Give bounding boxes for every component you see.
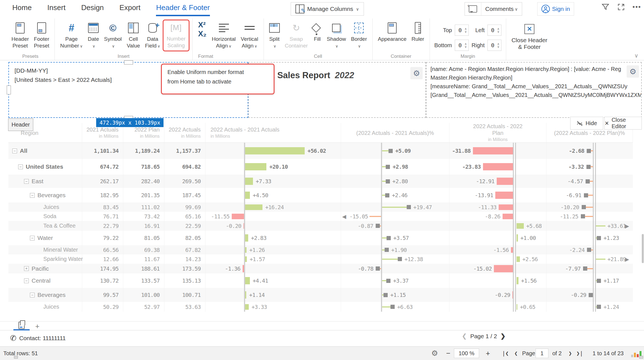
tab-design[interactable]: Design — [81, 3, 104, 16]
close-header-footer-button[interactable]: ✕ Close Header& Footer — [509, 21, 550, 50]
subscript-button[interactable]: X₂ — [198, 30, 207, 37]
page-prev-icon[interactable]: ❮ — [462, 333, 467, 340]
horizontal-align-button[interactable]: HorizontalAlign∨ — [209, 21, 238, 49]
collapse-icon[interactable]: − — [30, 236, 35, 240]
split-button[interactable]: Split∨ — [267, 21, 282, 49]
tab-insert[interactable]: Insert — [47, 3, 65, 16]
manage-columns-button[interactable]: ✎ Manage Columns ∨ — [291, 2, 364, 16]
table-row[interactable]: Tea & Coffee22.7916.9122.59-0.20-0.87+5.… — [8, 221, 633, 231]
collapse-ribbon-icon[interactable]: ∨ — [634, 52, 638, 59]
table-row[interactable]: −Central130.72133.57135.13+4.41+3.37+1.5… — [8, 273, 633, 288]
border-button[interactable]: Border∨ — [349, 21, 370, 49]
resize-handle-top[interactable] — [124, 60, 133, 65]
expand-icon[interactable]: + — [24, 266, 29, 271]
appearance-button[interactable]: Appearance — [375, 21, 409, 42]
collapse-icon[interactable]: − — [30, 193, 35, 198]
variance-pct-cell: ◀-15.05 — [341, 212, 449, 221]
footer-preset-button[interactable]: FooterPreset — [31, 21, 52, 49]
number-scaling-button[interactable]: [M] NumberScaling — [164, 21, 188, 49]
table-row[interactable]: Sparkling Water12.6611.6714.23+1.57+12.3… — [8, 254, 633, 264]
superscript-button[interactable]: X² — [198, 21, 206, 28]
variance-stem — [596, 259, 605, 260]
first-page-button[interactable]: |❮ — [502, 347, 509, 360]
collapse-icon[interactable]: − — [24, 179, 29, 184]
symbol-button[interactable]: © Symbol∨ — [101, 21, 124, 49]
spinner-arrows-icon[interactable]: ∧∨ — [497, 42, 499, 48]
vertical-align-button[interactable]: VerticalAlign∨ — [238, 21, 261, 49]
collapse-icon[interactable]: − — [18, 164, 23, 169]
gear-icon[interactable]: ⚙ — [410, 67, 423, 79]
margin-left-stepper[interactable]: 0∧∨ — [487, 25, 501, 36]
collapse-icon[interactable]: − — [24, 278, 29, 283]
table-row[interactable]: Mineral Water66.5669.3867.82+1.26+1.90-1… — [8, 245, 633, 254]
cell-value-button[interactable]: CellValue — [124, 21, 143, 49]
add-sheet-button[interactable]: + — [35, 322, 39, 331]
resize-handle-left[interactable] — [7, 85, 11, 94]
chevron-down-icon: ∨ — [273, 44, 276, 48]
table-row[interactable]: −All1,101.341,189.241,157.37+56.02+5.09-… — [8, 143, 633, 159]
ribbon-group-margin: Top 0∧∨ Left 0∧∨ Bottom 0∧∨ Right 0∧∨ Ma… — [430, 18, 506, 60]
vertical-scrollbar-thumb[interactable] — [642, 234, 644, 263]
margin-right-stepper[interactable]: 0∧∨ — [487, 40, 501, 51]
last-page-button[interactable]: ❯| — [576, 347, 583, 360]
table-row[interactable]: −Beverages182.95201.35187.45+4.50+2.46-1… — [8, 188, 633, 202]
ruler-button[interactable]: Ruler — [409, 21, 427, 42]
table-row[interactable]: Juices50.2952.9753.63+3.33+6.63+0.65+1.2… — [8, 302, 633, 312]
collapse-icon[interactable]: − — [30, 293, 35, 297]
close-editor-button[interactable]: ✕ Close Editor — [604, 117, 642, 130]
delta-bar — [494, 265, 513, 272]
add-comment-icon[interactable]: + — [465, 3, 481, 15]
next-page-button[interactable]: ❯ — [569, 347, 572, 360]
hide-button[interactable]: Hide — [570, 117, 603, 130]
header-right-container[interactable]: [name: Acme - Region Master.Region Hiera… — [426, 62, 642, 118]
zoom-in-button[interactable]: + — [486, 347, 490, 360]
zoom-level-input[interactable]: 100 % — [454, 349, 479, 358]
tab-home[interactable]: Home — [12, 3, 32, 16]
axis-line — [593, 143, 594, 159]
table-row[interactable]: Juices83.45111.0299.69+16.24+19.47-11.33… — [8, 202, 633, 212]
sign-in-button[interactable]: Sign in — [537, 2, 574, 16]
table-row[interactable]: −United States674.72718.65694.82+20.10+2… — [8, 159, 633, 175]
table-row[interactable]: −Beverages99.57101.00100.71+1.14+1.15-0.… — [8, 288, 633, 302]
tab-header-footer[interactable]: Header & Footer — [156, 3, 210, 16]
comments-button[interactable]: + Comments∨ — [465, 2, 522, 16]
date-button[interactable]: Date∨ — [85, 21, 101, 49]
page-number-input[interactable]: 1 — [536, 349, 548, 358]
page-next-icon[interactable]: ❯ — [500, 333, 505, 340]
filter-icon[interactable] — [601, 3, 610, 11]
data-field-button[interactable]: DataField∨ — [143, 21, 163, 49]
axis-line — [595, 175, 596, 188]
spinner-arrows-icon[interactable]: ∧∨ — [465, 27, 467, 33]
page-number-button[interactable]: # PageNumber∨ — [58, 21, 85, 49]
ribbon-group-presets: HeaderPreset FooterPreset Presets — [6, 18, 55, 60]
variance-marker — [390, 305, 395, 309]
table-row[interactable]: −East262.17282.40269.50+7.33+2.80-12.91-… — [8, 175, 633, 188]
sheet-tab-active[interactable] — [13, 321, 30, 330]
delta-bar — [245, 247, 247, 253]
footer-resize-handle-left[interactable] — [14, 356, 18, 359]
swap-container-button[interactable]: ↻ SwapContainer — [282, 21, 310, 49]
header-center-container[interactable]: ACME Sales Report 2022 ⚙ — [248, 62, 426, 118]
value-cell: 11.67 — [123, 254, 164, 264]
shadow-button[interactable]: Shadow∨ — [324, 21, 349, 49]
header-preset-button[interactable]: HeaderPreset — [9, 21, 31, 49]
zoom-out-button[interactable]: − — [446, 347, 450, 360]
more-options-icon[interactable]: ••• — [633, 3, 641, 11]
gear-icon[interactable]: ⚙ — [431, 347, 438, 360]
margin-top-stepper[interactable]: 0∧∨ — [455, 25, 469, 36]
table-row[interactable]: +Pacific174.95188.61173.59-1.36-0.78-15.… — [8, 264, 633, 273]
collapse-icon[interactable]: − — [12, 149, 17, 153]
prev-page-button[interactable]: ❮ — [514, 347, 518, 360]
table-row[interactable]: Soda76.7173.4265.16-11.55◀-15.05-8.26-11… — [8, 212, 633, 221]
gear-icon[interactable]: ⚙ — [627, 65, 639, 78]
fill-button[interactable]: Fill — [310, 21, 324, 42]
table-row[interactable]: −Water79.2281.0582.05+2.83+3.57+1.00+1.2… — [8, 231, 633, 245]
footer-resize-handle-right[interactable] — [639, 356, 643, 359]
chevron-down-icon: ∨ — [254, 44, 257, 48]
margin-bottom-stepper[interactable]: 0∧∨ — [455, 40, 469, 51]
spinner-arrows-icon[interactable]: ∧∨ — [497, 27, 499, 33]
spinner-arrows-icon[interactable]: ∧∨ — [465, 42, 467, 48]
axis-line — [515, 159, 516, 175]
tab-export[interactable]: Export — [119, 3, 140, 16]
expand-icon[interactable] — [617, 3, 625, 11]
